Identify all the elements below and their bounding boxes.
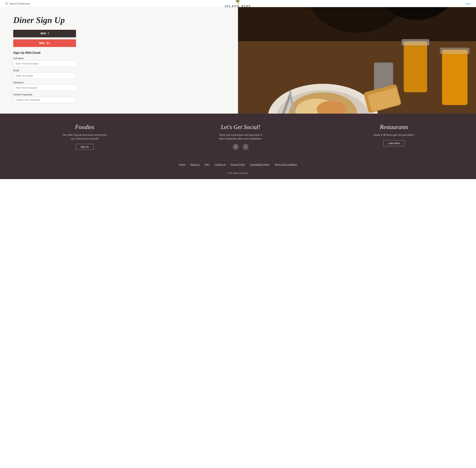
fullname-input[interactable]: [13, 60, 76, 67]
password-label: Password: [13, 81, 228, 84]
form-panel: Diner Sign Up With f With G+ Sign Up Wit…: [0, 7, 238, 114]
footer-col-social: Let's Get Social! Share your experiences…: [218, 124, 264, 150]
svg-rect-10: [402, 39, 429, 46]
facebook-signup-button[interactable]: With f: [13, 30, 76, 37]
main-section: Diner Sign Up With f With G+ Sign Up Wit…: [0, 7, 476, 114]
email-group: Email: [13, 69, 228, 79]
email-input[interactable]: [13, 73, 76, 79]
social-icons: f □: [218, 144, 264, 150]
svg-rect-9: [404, 41, 427, 92]
fullname-label: Full Name: [13, 57, 228, 60]
foodies-title: Foodies: [61, 124, 108, 131]
foodies-desc: Join other Cayman food lovers and receiv…: [61, 133, 108, 141]
restaurants-desc: Ready to fill those quiet off peak table…: [374, 133, 415, 137]
password-group: Password: [13, 81, 228, 91]
confirm-password-group: Confirm Password: [13, 93, 228, 103]
email-label: Email: [13, 69, 228, 72]
footer-nav-about[interactable]: About Us: [190, 163, 200, 166]
password-input[interactable]: [13, 85, 76, 91]
google-signup-button[interactable]: With G+: [13, 39, 76, 47]
google-icon: G+: [46, 42, 50, 45]
footer-nav-terms[interactable]: Terms and Conditions: [275, 163, 297, 166]
svg-rect-11: [442, 50, 467, 105]
login-link[interactable]: Login: [465, 2, 471, 5]
learn-more-button[interactable]: Learn More: [383, 140, 405, 146]
footer-col-restaurants: Restaurants Ready to fill those quiet of…: [374, 124, 415, 150]
svg-line-1: [7, 4, 8, 5]
confirm-password-label: Confirm Password: [13, 93, 228, 96]
footer-nav-home[interactable]: Home: [179, 163, 185, 166]
footer-nav-contact[interactable]: Contact Us: [214, 163, 226, 166]
fullname-group: Full Name: [13, 57, 228, 67]
footer: Foodies Join other Cayman food lovers an…: [0, 114, 476, 179]
svg-point-0: [5, 2, 7, 4]
hero-image: [238, 7, 476, 114]
footer-columns: Foodies Join other Cayman food lovers an…: [7, 124, 469, 150]
food-image: [238, 7, 476, 114]
footer-nav-privacy[interactable]: Privacy Policy: [231, 163, 245, 166]
restaurants-title: Restaurants: [374, 124, 415, 131]
instagram-icon[interactable]: □: [243, 144, 249, 150]
facebook-icon[interactable]: f: [233, 144, 239, 150]
foodies-signup-button[interactable]: Sign Up: [76, 144, 94, 150]
footer-nav: Home About Us FAQ Contact Us Privacy Pol…: [7, 160, 469, 169]
page-title: Diner Sign Up: [13, 15, 228, 25]
footer-nav-cancellation[interactable]: Cancellation Policy: [250, 163, 270, 166]
header: Search Restaurant 🌴 ISLAND DINE Login: [0, 0, 476, 7]
search-icon: [5, 2, 8, 5]
svg-rect-12: [440, 48, 470, 54]
logo-icon: 🌴: [235, 0, 241, 4]
footer-col-foodies: Foodies Join other Cayman food lovers an…: [61, 124, 108, 150]
search-bar[interactable]: Search Restaurant: [5, 2, 30, 5]
confirm-password-input[interactable]: [13, 97, 76, 103]
facebook-icon: f: [48, 32, 49, 35]
logo: 🌴 ISLAND DINE: [224, 0, 252, 8]
facebook-btn-text: With: [41, 32, 46, 35]
form-section-title: Sign Up With Email: [13, 51, 228, 55]
google-btn-text: With: [39, 42, 45, 45]
social-title: Let's Get Social!: [218, 124, 264, 131]
search-label: Search Restaurant: [9, 2, 30, 5]
footer-nav-faq[interactable]: FAQ: [205, 163, 209, 166]
footer-copyright: © All rights reserved.: [7, 169, 469, 176]
social-desc: Share your experiences and keep track of…: [218, 133, 264, 141]
